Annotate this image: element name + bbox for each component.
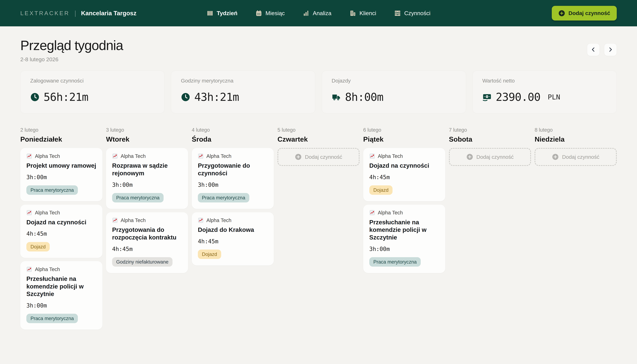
nav-label: Klienci <box>359 10 376 16</box>
plus-circle-icon <box>295 154 302 160</box>
activity-duration: 3h:00m <box>26 302 96 309</box>
activity-title: Dojazd na czynności <box>369 162 439 170</box>
add-activity-button[interactable]: Dodaj czynność <box>552 6 616 20</box>
clock-icon <box>30 92 40 102</box>
tab-czynnosci[interactable]: Czynności <box>394 10 430 17</box>
nav-label: Czynności <box>404 10 430 16</box>
stat-card-travel: Dojazdy 8h:00m <box>322 71 466 113</box>
day-date: 3 lutego <box>106 127 188 133</box>
chevron-right-icon <box>607 47 613 53</box>
activity-title: Przesłuchanie na komendzie policji w Szc… <box>369 218 439 241</box>
activity-card[interactable]: Alpha Tech Dojazd na czynności 4h:45m Do… <box>20 204 102 258</box>
app: { "colors": { "header_background": "#0d4… <box>0 0 637 342</box>
main-nav: Tydzień Miesiąc Analiza Klienci Czynnośc… <box>207 10 430 17</box>
stat-card-billable-hours: Godziny merytoryczna 43h:21m <box>171 71 315 113</box>
page-title: Przegląd tygodnia <box>20 38 123 53</box>
activity-duration: 3h:00m <box>112 182 182 188</box>
next-week-button[interactable] <box>604 44 617 56</box>
day-date: 8 lutego <box>534 127 616 133</box>
activity-card[interactable]: Alpha Tech Przygotowania do rozpoczęcia … <box>106 212 188 273</box>
chart-increasing-icon <box>26 153 32 159</box>
client-name: Alpha Tech <box>121 153 146 159</box>
client-name: Alpha Tech <box>206 218 231 223</box>
client-name: Alpha Tech <box>35 153 60 159</box>
week-grid: 2 lutego Poniedziałek Alpha Tech Projekt… <box>20 127 616 330</box>
bar-chart-icon <box>303 10 309 17</box>
day-date: 6 lutego <box>363 127 445 133</box>
day-name: Sobota <box>449 135 531 143</box>
stat-currency: PLN <box>548 93 560 101</box>
day-date: 7 lutego <box>449 127 531 133</box>
calendar-icon <box>255 10 262 17</box>
building-icon <box>349 10 356 17</box>
client-name: Alpha Tech <box>121 218 146 223</box>
activity-duration: 3h:00m <box>369 246 439 252</box>
add-activity-button-label: Dodaj czynność <box>568 10 610 16</box>
day-column-friday: 6 lutego Piątek Alpha Tech Dojazd na czy… <box>363 127 445 330</box>
tag-chip: Godziny niefakturowane <box>112 257 173 266</box>
nav-label: Tydzień <box>217 10 238 16</box>
truck-icon <box>332 92 341 102</box>
main-content: Przegląd tygodnia 2-8 lutego 2026 Zalogo… <box>0 38 637 330</box>
chart-increasing-icon <box>198 218 204 223</box>
tag-chip: Praca merytoryczna <box>369 257 421 266</box>
day-column-wednesday: 4 lutego Środa Alpha Tech Przygotowanie … <box>192 127 274 330</box>
tag-chip: Dojazd <box>26 242 50 252</box>
stat-label: Dojazdy <box>332 78 456 84</box>
client-row: Alpha Tech <box>26 153 96 159</box>
tab-klienci[interactable]: Klienci <box>349 10 376 17</box>
client-row: Alpha Tech <box>26 210 96 216</box>
client-name: Alpha Tech <box>378 153 403 159</box>
chart-increasing-icon <box>198 153 204 159</box>
add-activity-label: Dodaj czynność <box>562 154 599 160</box>
stat-value: 8h:00m <box>345 91 383 104</box>
activity-title: Dojazd na czynności <box>26 218 96 226</box>
day-name: Poniedziałek <box>20 135 102 143</box>
activity-card[interactable]: Alpha Tech Przygotowanie do czynności 3h… <box>192 148 274 209</box>
activity-title: Przesłuchanie na komendzie policji w Szc… <box>26 275 96 298</box>
add-activity-placeholder[interactable]: Dodaj czynność <box>277 148 360 166</box>
stats-row: Zalogowane czynności 56h:21m Godziny mer… <box>20 71 616 113</box>
activity-title: Przygotowanie do czynności <box>198 162 268 177</box>
activity-card[interactable]: Alpha Tech Dojazd do Krakowa 4h:45m Doja… <box>192 212 274 266</box>
workspace-name: Kancelaria Targosz <box>81 10 137 17</box>
tab-tydzien[interactable]: Tydzień <box>207 10 238 17</box>
day-column-saturday: 7 lutego Sobota Dodaj czynność <box>449 127 531 330</box>
add-activity-placeholder[interactable]: Dodaj czynność <box>534 148 616 166</box>
stat-label: Zalogowane czynności <box>30 78 155 84</box>
activity-duration: 4h:45m <box>112 246 182 252</box>
activity-title: Przygotowania do rozpoczęcia kontraktu <box>112 226 182 241</box>
previous-week-button[interactable] <box>587 44 600 56</box>
banknote-icon <box>482 92 492 102</box>
activity-title: Rozprawa w sądzie rejonowym <box>112 162 182 177</box>
activity-card[interactable]: Alpha Tech Projekt umowy ramowej 3h:00m … <box>20 148 102 201</box>
tab-miesiac[interactable]: Miesiąc <box>255 10 285 17</box>
tag-chip: Praca merytoryczna <box>198 193 249 202</box>
chart-increasing-icon <box>112 153 118 159</box>
stat-value: 43h:21m <box>194 91 239 104</box>
brand-divider: | <box>75 10 76 17</box>
day-column-sunday: 8 lutego Niedziela Dodaj czynność <box>534 127 616 330</box>
activity-duration: 3h:00m <box>198 182 268 188</box>
week-pager <box>587 44 617 56</box>
day-column-thursday: 5 lutego Czwartek Dodaj czynność <box>277 127 360 330</box>
stat-card-logged-time: Zalogowane czynności 56h:21m <box>20 71 165 113</box>
tab-analiza[interactable]: Analiza <box>303 10 331 17</box>
brand-logo: LEXTRACKER <box>20 10 70 16</box>
client-row: Alpha Tech <box>369 210 439 216</box>
chart-increasing-icon <box>369 210 375 216</box>
activity-card[interactable]: Alpha Tech Przesłuchanie na komendzie po… <box>363 204 445 273</box>
activity-card[interactable]: Alpha Tech Rozprawa w sądzie rejonowym 3… <box>106 148 188 209</box>
add-activity-placeholder[interactable]: Dodaj czynność <box>449 148 531 166</box>
client-row: Alpha Tech <box>198 218 268 223</box>
chart-increasing-icon <box>112 218 118 223</box>
stat-label: Godziny merytoryczna <box>181 78 305 84</box>
client-row: Alpha Tech <box>112 218 182 223</box>
activity-duration: 3h:00m <box>26 174 96 180</box>
activity-card[interactable]: Alpha Tech Przesłuchanie na komendzie po… <box>20 261 102 330</box>
stat-card-net-value: Wartość netto 2390.00 PLN <box>472 71 617 113</box>
stat-value: 56h:21m <box>44 91 88 104</box>
activity-card[interactable]: Alpha Tech Dojazd na czynności 4h:45m Do… <box>363 148 445 201</box>
plus-circle-icon <box>466 154 473 160</box>
chevron-left-icon <box>590 47 596 53</box>
